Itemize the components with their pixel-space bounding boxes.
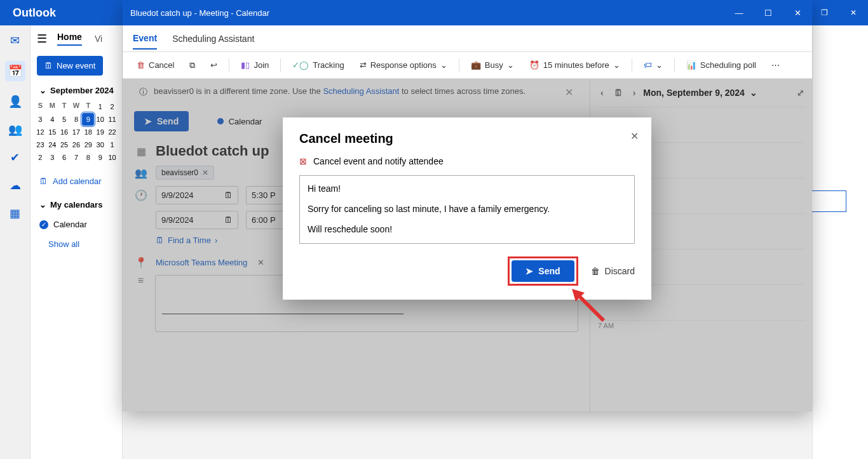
chevron-down-icon[interactable]: ⌄ xyxy=(39,86,46,95)
mini-cal-day[interactable]: 7 xyxy=(71,151,83,164)
mini-cal-day[interactable]: 12 xyxy=(34,126,46,138)
add-calendar-link[interactable]: 🗓 Add calendar xyxy=(31,169,122,194)
mini-cal-day[interactable]: 3 xyxy=(34,113,46,126)
chevron-down-icon: ⌄ xyxy=(39,200,46,210)
calendar-list-item[interactable]: ✓ Calendar xyxy=(31,216,122,233)
dow-label: M xyxy=(46,100,58,113)
mini-cal-day[interactable]: 16 xyxy=(58,126,71,138)
trash-icon: 🗑 xyxy=(591,266,600,276)
chevron-down-icon: ⌄ xyxy=(440,60,447,70)
reply-button[interactable]: ↩ xyxy=(204,57,224,74)
mini-cal-day[interactable]: 9 xyxy=(94,151,106,164)
maximize-icon[interactable]: ☐ xyxy=(754,0,783,25)
close-icon[interactable]: ✕ xyxy=(839,0,868,25)
tabs-row: Event Scheduling Assistant xyxy=(123,25,812,52)
cancel-message-textarea[interactable] xyxy=(299,175,635,244)
tab-view[interactable]: Vi xyxy=(95,34,102,44)
dow-label: S xyxy=(34,100,46,113)
dialog-send-button[interactable]: ➤ Send xyxy=(512,260,574,282)
reminder-button[interactable]: ⏰15 minutes before ⌄ xyxy=(523,57,627,74)
chevron-down-icon: ⌄ xyxy=(656,60,663,70)
people-icon[interactable]: 👤 xyxy=(8,94,23,109)
mini-cal-day[interactable]: 24 xyxy=(46,138,58,151)
dow-label: W xyxy=(71,100,83,113)
mini-cal-day[interactable]: 26 xyxy=(71,138,83,151)
chevron-down-icon: ⌄ xyxy=(507,60,514,70)
new-event-button[interactable]: 🗓 New event xyxy=(37,56,103,76)
ellipsis-icon: ⋯ xyxy=(771,60,780,70)
copy-button[interactable]: ⧉ xyxy=(183,57,201,74)
join-button[interactable]: ▮▯Join xyxy=(234,57,275,74)
mini-cal-day[interactable]: 11 xyxy=(106,113,118,126)
annotation-arrow xyxy=(572,289,610,329)
mini-cal-day[interactable]: 8 xyxy=(82,151,94,164)
dialog-discard-button[interactable]: 🗑 Discard xyxy=(591,266,635,276)
alarm-icon: ⏰ xyxy=(529,60,539,70)
busy-button[interactable]: 💼Busy ⌄ xyxy=(465,57,520,74)
calendar-plus-icon: 🗓 xyxy=(44,61,53,70)
reply-icon: ↩ xyxy=(210,60,217,70)
hamburger-icon[interactable]: ☰ xyxy=(37,32,47,46)
mini-cal-day[interactable]: 19 xyxy=(94,126,106,138)
mini-cal-day[interactable]: 1 xyxy=(106,138,118,151)
dow-label: T xyxy=(58,100,71,113)
cancel-button[interactable]: 🗑Cancel xyxy=(130,57,180,74)
mini-cal-day[interactable]: 3 xyxy=(46,151,58,164)
tab-scheduling[interactable]: Scheduling Assistant xyxy=(172,34,254,44)
check-icon: ✓ xyxy=(39,220,48,229)
calendar-add-icon: 🗓 xyxy=(39,176,48,186)
mini-cal-day[interactable]: 1 xyxy=(94,100,106,113)
mini-cal-day[interactable]: 23 xyxy=(34,138,46,151)
tracking-button[interactable]: ✓◯Tracking xyxy=(286,57,350,74)
right-gutter xyxy=(812,25,868,459)
close-icon[interactable]: ✕ xyxy=(630,130,639,142)
more-button[interactable]: ⋯ xyxy=(765,57,786,74)
tab-home[interactable]: Home xyxy=(57,32,82,46)
mini-cal-day[interactable]: 6 xyxy=(58,151,71,164)
poll-icon: 📊 xyxy=(686,60,696,70)
tag-button[interactable]: 🏷 ⌄ xyxy=(637,57,669,74)
mini-cal-day[interactable]: 10 xyxy=(106,151,118,164)
todo-icon[interactable]: ✔ xyxy=(8,150,23,165)
window-title: Bluedot catch up - Meeting - Calendar xyxy=(130,8,269,18)
svg-line-0 xyxy=(578,295,604,321)
scheduling-poll-button[interactable]: 📊Scheduling poll xyxy=(680,57,763,74)
options-icon: ⇄ xyxy=(360,60,367,70)
mini-cal-day[interactable]: 22 xyxy=(106,126,118,138)
left-rail: ✉ 📅 👤 👥 ✔ ☁ ▦ xyxy=(0,25,31,459)
mini-cal-day[interactable]: 15 xyxy=(46,126,58,138)
onedrive-icon[interactable]: ☁ xyxy=(8,178,23,193)
mini-cal-day[interactable]: 8 xyxy=(71,113,83,126)
mini-cal-day[interactable]: 9 xyxy=(82,113,94,126)
toolbar: 🗑Cancel ⧉ ↩ ▮▯Join ✓◯Tracking ⇄Response … xyxy=(123,52,812,79)
mini-cal-day[interactable]: 25 xyxy=(58,138,71,151)
mini-cal-day[interactable]: 18 xyxy=(82,126,94,138)
minimize-icon[interactable]: — xyxy=(724,0,754,25)
restore-icon[interactable]: ❐ xyxy=(810,0,839,25)
response-options-button[interactable]: ⇄Response options ⌄ xyxy=(353,57,454,74)
mini-calendar: ⌄ September 2024 SMTWT123458910111215161… xyxy=(31,81,122,169)
cancel-meeting-dialog: ✕ Cancel meeting ⊠ Cancel event and noti… xyxy=(283,117,651,300)
show-all-link[interactable]: Show all xyxy=(31,233,122,255)
groups-icon[interactable]: 👥 xyxy=(8,122,23,137)
annotation-highlight: ➤ Send xyxy=(508,256,578,286)
sidebar: ☰ Home Vi 🗓 New event ⌄ September 2024 S… xyxy=(31,25,123,459)
month-label: September 2024 xyxy=(50,86,114,95)
mini-cal-day[interactable]: 5 xyxy=(58,113,71,126)
tab-event[interactable]: Event xyxy=(133,33,157,50)
calendar-icon[interactable]: 📅 xyxy=(5,61,25,81)
mini-cal-day[interactable]: 29 xyxy=(82,138,94,151)
chevron-down-icon: ⌄ xyxy=(613,60,620,70)
close-icon[interactable]: ✕ xyxy=(783,0,812,25)
mail-icon[interactable]: ✉ xyxy=(8,33,23,48)
apps-icon[interactable]: ▦ xyxy=(8,206,23,221)
mini-cal-day[interactable]: 17 xyxy=(71,126,83,138)
mini-cal-day[interactable]: 2 xyxy=(34,151,46,164)
mini-cal-day[interactable]: 10 xyxy=(94,113,106,126)
mini-cal-day[interactable]: 30 xyxy=(94,138,106,151)
mini-cal-day[interactable]: 2 xyxy=(106,100,118,113)
calendar-cancel-icon: ⊠ xyxy=(299,156,307,166)
mini-cal-day[interactable]: 4 xyxy=(46,113,58,126)
tracking-icon: ✓◯ xyxy=(292,60,309,70)
my-calendars-header[interactable]: ⌄ My calendars xyxy=(31,194,122,216)
